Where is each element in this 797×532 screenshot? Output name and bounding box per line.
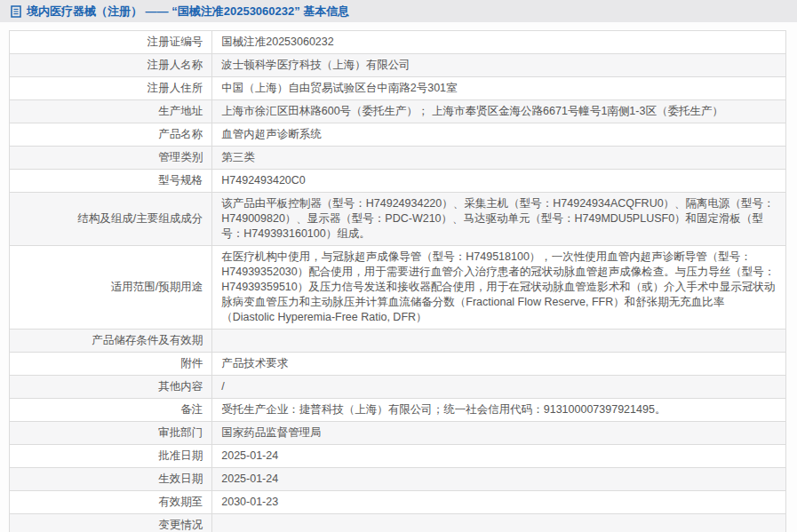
table-row: 审批部门国家药品监督管理局 bbox=[10, 422, 786, 445]
row-label: 型号规格 bbox=[10, 170, 212, 193]
table-row: 产品名称血管内超声诊断系统 bbox=[10, 123, 786, 147]
row-value bbox=[212, 330, 786, 353]
table-row: 结构及组成/主要组成成分该产品由平板控制器（型号：H74924934220）、采… bbox=[10, 193, 786, 246]
table-row: 附件产品技术要求 bbox=[10, 353, 786, 376]
registration-info-table-container: 注册证编号国械注准20253060232注册人名称波士顿科学医疗科技（上海）有限… bbox=[9, 30, 788, 532]
row-value: H7492493420C0 bbox=[212, 170, 786, 193]
row-label-text: 结构及组成/主要组成成分 bbox=[77, 212, 203, 225]
row-value: 该产品由平板控制器（型号：H74924934220）、采集主机（型号：H7492… bbox=[212, 193, 786, 246]
table-row: 有效期至2030-01-23 bbox=[10, 491, 786, 514]
row-label: 备注 bbox=[10, 399, 212, 422]
row-label: 结构及组成/主要组成成分 bbox=[10, 193, 212, 246]
registration-info-table: 注册证编号国械注准20253060232注册人名称波士顿科学医疗科技（上海）有限… bbox=[9, 30, 786, 532]
table-row: 型号规格H7492493420C0 bbox=[10, 170, 786, 193]
row-label-text: 生产地址 bbox=[158, 105, 203, 117]
row-label: 产品名称 bbox=[10, 123, 212, 147]
row-label-text: 审批部门 bbox=[158, 426, 203, 439]
row-label: 注册证编号 bbox=[10, 31, 212, 54]
row-value: 2025-01-24 bbox=[212, 468, 786, 491]
table-row: 注册证编号国械注准20253060232 bbox=[10, 31, 786, 54]
page-title: 境内医疗器械（注册） —— “国械注准20253060232” 基本信息 bbox=[27, 4, 349, 20]
table-row: 生效日期2025-01-24 bbox=[10, 468, 786, 491]
row-value: 受托生产企业：捷普科技（上海）有限公司；统一社会信用代码：91310000739… bbox=[212, 399, 786, 422]
row-value: / bbox=[212, 376, 786, 399]
table-row: 注册人住所中国（上海）自由贸易试验区台中南路2号301室 bbox=[10, 77, 786, 100]
row-value: 上海市徐汇区田林路600号（委托生产）； 上海市奉贤区金海公路6671号幢号1南… bbox=[212, 100, 786, 123]
row-label: 适用范围/预期用途 bbox=[10, 246, 212, 330]
table-row: 备注受托生产企业：捷普科技（上海）有限公司；统一社会信用代码：913100007… bbox=[10, 399, 786, 422]
table-row: 生产地址上海市徐汇区田林路600号（委托生产）； 上海市奉贤区金海公路6671号… bbox=[10, 100, 786, 123]
row-label: 变更情况 bbox=[10, 514, 212, 532]
row-label-text: 其他内容 bbox=[158, 380, 203, 393]
row-label-text: 管理类别 bbox=[158, 151, 203, 163]
row-label: 其他内容 bbox=[10, 376, 212, 399]
row-label-text: 批准日期 bbox=[158, 449, 203, 462]
row-value: 在医疗机构中使用，与冠脉超声成像导管（型号：H749518100），一次性使用血… bbox=[212, 246, 786, 330]
table-row: 批准日期2025-01-24 bbox=[10, 445, 786, 468]
row-label-text: 有效期至 bbox=[158, 496, 203, 508]
row-label-text: 产品储存条件及有效期 bbox=[92, 334, 203, 346]
row-label: 生产地址 bbox=[10, 100, 212, 123]
table-row: 注册人名称波士顿科学医疗科技（上海）有限公司 bbox=[10, 54, 786, 77]
document-icon bbox=[11, 5, 21, 18]
row-label-text: 注册人住所 bbox=[147, 82, 203, 94]
row-label-text: 生效日期 bbox=[158, 472, 203, 485]
row-label-text: 注册人名称 bbox=[147, 59, 203, 71]
row-value: 产品技术要求 bbox=[212, 353, 786, 376]
row-label-text: 备注 bbox=[180, 403, 203, 416]
row-label-text: 变更情况 bbox=[158, 519, 203, 531]
row-value: 血管内超声诊断系统 bbox=[212, 123, 786, 147]
row-value: 2030-01-23 bbox=[212, 491, 786, 514]
row-label: 生效日期 bbox=[10, 468, 212, 491]
row-label: 产品储存条件及有效期 bbox=[10, 330, 212, 353]
row-value: 中国（上海）自由贸易试验区台中南路2号301室 bbox=[212, 77, 786, 100]
table-row: 管理类别第三类 bbox=[10, 147, 786, 170]
row-label-text: 型号规格 bbox=[158, 174, 203, 187]
page-header: 境内医疗器械（注册） —— “国械注准20253060232” 基本信息 bbox=[0, 0, 797, 22]
info-table-body: 注册证编号国械注准20253060232注册人名称波士顿科学医疗科技（上海）有限… bbox=[10, 31, 786, 532]
row-value: 波士顿科学医疗科技（上海）有限公司 bbox=[212, 54, 786, 77]
row-label-text: 注册证编号 bbox=[147, 36, 203, 48]
row-label-text: 产品名称 bbox=[158, 128, 203, 140]
table-row: 其他内容/ bbox=[10, 376, 786, 399]
table-row: 变更情况 bbox=[10, 514, 786, 532]
row-value: 国械注准20253060232 bbox=[212, 31, 786, 54]
row-value bbox=[212, 514, 786, 532]
row-label: 审批部门 bbox=[10, 422, 212, 445]
table-row: 适用范围/预期用途在医疗机构中使用，与冠脉超声成像导管（型号：H74951810… bbox=[10, 246, 786, 330]
row-value: 第三类 bbox=[212, 147, 786, 170]
table-row: 产品储存条件及有效期 bbox=[10, 330, 786, 353]
row-label: 管理类别 bbox=[10, 147, 212, 170]
row-label: 注册人住所 bbox=[10, 77, 212, 100]
row-value: 国家药品监督管理局 bbox=[212, 422, 786, 445]
row-label-text: 适用范围/预期用途 bbox=[111, 281, 203, 293]
row-label: 批准日期 bbox=[10, 445, 212, 468]
row-label: 附件 bbox=[10, 353, 212, 376]
row-value: 2025-01-24 bbox=[212, 445, 786, 468]
row-label: 有效期至 bbox=[10, 491, 212, 514]
row-label-text: 附件 bbox=[180, 357, 203, 369]
row-label: 注册人名称 bbox=[10, 54, 212, 77]
